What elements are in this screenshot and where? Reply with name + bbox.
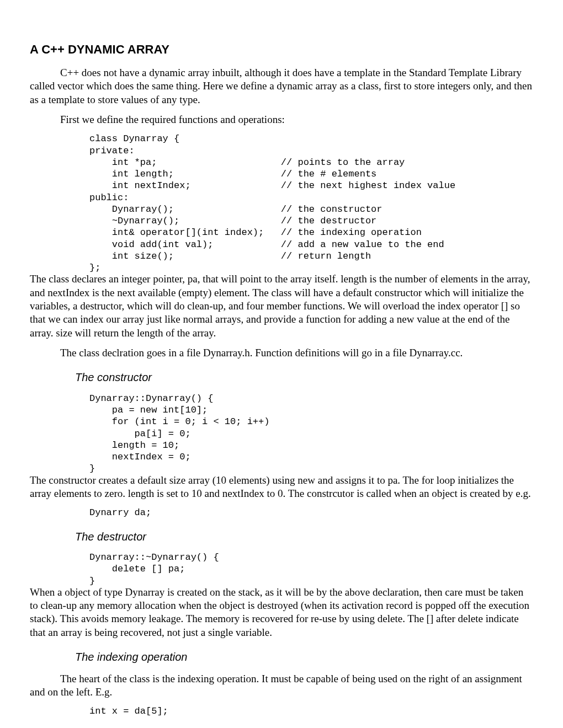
- indexing-heading: The indexing operation: [75, 650, 533, 665]
- page-title: A C++ DYNAMIC ARRAY: [30, 42, 533, 57]
- text: The class declares an integer pointer, p…: [30, 273, 530, 338]
- constructor-explain-paragraph: The constructor creates a default size a…: [30, 474, 533, 501]
- constructor-code: Dynarray::Dynarray() { pa = new int[10];…: [89, 393, 533, 475]
- constructor-heading: The constructor: [75, 371, 533, 385]
- indexing-usage-code: int x = da[5];: [89, 705, 533, 717]
- file-location-paragraph: The class declration goes in a file Dyna…: [30, 346, 533, 360]
- text: The constructor creates a default size a…: [30, 474, 531, 499]
- constructor-usage-code: Dynarry da;: [89, 507, 533, 518]
- class-declaration-code: class Dynarray { private: int *pa; // po…: [89, 133, 533, 274]
- text: The heart of the class is the indexing o…: [30, 673, 522, 698]
- intro-paragraph-2: First we define the required functions a…: [30, 113, 533, 126]
- intro-paragraph-1: C++ does not have a dynamic array inbuil…: [30, 66, 533, 106]
- class-explain-paragraph: The class declares an integer pointer, p…: [30, 272, 533, 340]
- destructor-heading: The destructor: [75, 530, 533, 544]
- indexing-intro-paragraph: The heart of the class is the indexing o…: [30, 672, 533, 699]
- text: First we define the required functions a…: [60, 114, 285, 125]
- text: The class declration goes in a file Dyna…: [60, 347, 463, 358]
- text: When a object of type Dynarray is create…: [30, 586, 529, 638]
- text: C++ does not have a dynamic array inbuil…: [30, 67, 532, 105]
- destructor-explain-paragraph: When a object of type Dynarray is create…: [30, 586, 533, 639]
- destructor-code: Dynarray::~Dynarray() { delete [] pa; }: [89, 552, 533, 587]
